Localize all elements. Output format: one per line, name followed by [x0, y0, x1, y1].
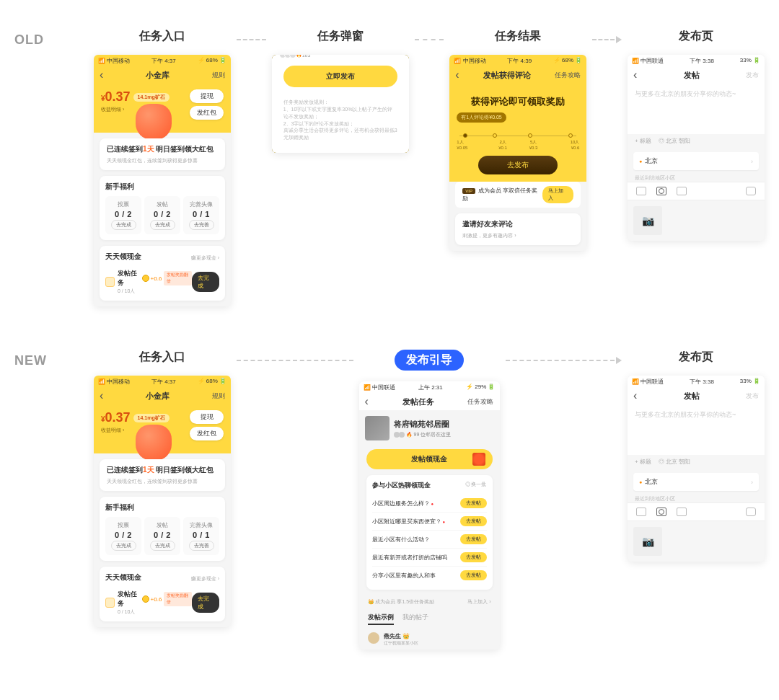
camera-icon[interactable]: [656, 187, 666, 195]
flow-step-popup: 任务弹窗: [317, 29, 364, 44]
withdraw-button[interactable]: 提现: [190, 89, 224, 103]
content-textarea[interactable]: 与更多在北京的朋友分享你的动态~: [628, 404, 765, 455]
emoji-icon[interactable]: [746, 187, 756, 195]
strategy-link[interactable]: 任务攻略: [555, 71, 581, 80]
topic-item[interactable]: 最近有新开或者打折的店铺吗去发帖: [372, 549, 487, 567]
video-icon[interactable]: [636, 508, 646, 516]
screen-popup: 📶 中国移动下午 4:38⚡ 68% 🔋 发帖获得评论任务攻略 获得评论即可领取…: [272, 55, 409, 153]
strategy-link[interactable]: 任务攻略: [467, 397, 493, 407]
invite-card[interactable]: 邀请好友来评论 刺激提，更多有趣内容 ›: [455, 213, 581, 245]
gallery-icon[interactable]: [677, 187, 687, 195]
topic-item[interactable]: 分享小区里有趣的人和事去发帖: [372, 567, 487, 584]
task-cell-avatar[interactable]: 完善头像0 / 1去完善: [183, 196, 219, 234]
content-textarea[interactable]: 与更多在北京的朋友分享你的动态~: [628, 84, 765, 134]
topics-card: 参与小区热聊领现金◎ 换一批 小区周边服务怎么样？●去发帖 小区附近哪里买东西便…: [366, 475, 493, 590]
refresh-topics[interactable]: ◎ 换一批: [465, 481, 487, 490]
avatar: [368, 632, 379, 644]
status-bar: 📶 中国移动下午 4:39⚡ 68% 🔋: [449, 55, 586, 67]
modal-overlay: 发帖获得评论× 北京-星城国际邻居圈切换小区 › 嗨，星城国际的邻居们，快来部落…: [272, 55, 409, 153]
screen-result: 📶 中国移动下午 4:39⚡ 68% 🔋 发帖获得评论任务攻略 获得评论即可领取…: [449, 55, 586, 251]
location-bar[interactable]: 北京›: [633, 152, 759, 170]
daily-cash-card: 天天领现金赚更多现金 › 发帖任务+0.6发帖奖励翻倍0 / 10人 去完成: [100, 246, 225, 301]
location-tag[interactable]: ◎ 北京 朝阳: [659, 137, 690, 145]
location-tag[interactable]: ◎ 北京 朝阳: [659, 458, 690, 466]
flow-step-entry: 任务入口: [139, 350, 185, 365]
rules-text: 任务奖励发放规则： 1、10字以下或文字重复率30%以上帖子产生的评论不发放奖励…: [279, 94, 402, 146]
mascot-image: [136, 104, 172, 140]
flow-step-result: 任务结果: [495, 29, 541, 44]
nav-bar: 发帖发布: [628, 67, 765, 84]
rules-link[interactable]: 规则: [212, 71, 225, 80]
post-earn-banner[interactable]: 发帖领现金: [366, 449, 493, 469]
example-tabs: 发帖示例我的帖子: [359, 608, 500, 629]
add-title-button[interactable]: + 标题: [635, 458, 651, 466]
vip-link[interactable]: 👑 成为会员 享1.5倍任务奖励马上加入 ›: [359, 595, 500, 608]
status-bar: 📶 中国移动下午 4:37⚡ 68% 🔋: [94, 55, 231, 67]
back-icon[interactable]: [633, 392, 637, 401]
community-thumbnail: [365, 416, 390, 440]
tab-my-posts[interactable]: 我的帖子: [402, 613, 428, 625]
post-task-icon: [105, 277, 115, 287]
publish-button[interactable]: 发布: [746, 71, 759, 80]
task-cell-post[interactable]: 发帖0 / 2去完成: [144, 196, 180, 234]
nav-bar: 小金库规则: [94, 67, 231, 84]
screen-guide: 📶 中国联通上午 2:31⚡ 29% 🔋 发帖任务任务攻略 将府锦苑邻居圈 🔥 …: [359, 381, 500, 650]
add-title-button[interactable]: + 标题: [635, 137, 651, 145]
row-label-new: NEW: [14, 350, 65, 368]
back-icon[interactable]: [100, 392, 103, 401]
newbie-card: 新手福利 投票0 / 2去完成 发帖0 / 2去完成 完善头像0 / 1去完善: [100, 176, 225, 240]
topic-item[interactable]: 小区周边服务怎么样？●去发帖: [372, 495, 487, 513]
status-bar: 📶 中国联通下午 3:3833% 🔋: [628, 55, 765, 67]
video-icon[interactable]: [636, 187, 646, 195]
go-post-button[interactable]: 去发帖: [460, 498, 487, 508]
redpacket-button[interactable]: 发红包: [190, 106, 224, 120]
back-icon[interactable]: [633, 71, 637, 80]
back-icon[interactable]: [100, 71, 103, 80]
go-post-button[interactable]: 去发布: [478, 156, 558, 174]
tab-example[interactable]: 发帖示例: [368, 613, 394, 625]
screen-treasury-old: 📶 中国移动下午 4:37⚡ 68% 🔋 小金库规则 ¥0.3714.1mg矿石…: [94, 55, 231, 306]
flow-step-guide-pill: 发布引导: [395, 350, 464, 371]
screen-publish-old: 📶 中国联通下午 3:3833% 🔋 发帖发布 与更多在北京的朋友分享你的动态~…: [628, 55, 765, 241]
example-post[interactable]: 燕先生 👑辽宁抚顺某某小区: [359, 629, 500, 650]
emoji-icon[interactable]: [746, 508, 756, 516]
location-bar[interactable]: 北京›: [633, 473, 759, 491]
streak-card: 已连续签到1天 明日签到领大红包 天天领现金红包，连续签到获得更多惊喜: [100, 138, 225, 170]
row-label-old: OLD: [14, 29, 65, 48]
vip-join-button[interactable]: 马上加入: [542, 186, 574, 203]
publish-now-button[interactable]: 立即发布: [283, 66, 397, 87]
reward-headline: 获得评论即可领取奖励: [457, 95, 579, 108]
topic-item[interactable]: 小区附近哪里买东西便宜？●去发帖: [372, 513, 487, 531]
bottom-sheet: 发帖获得评论× 北京-星城国际邻居圈切换小区 › 嗨，星城国际的邻居们，快来部落…: [272, 55, 409, 153]
task-cell-vote[interactable]: 投票0 / 2去完成: [105, 196, 141, 234]
go-complete-button[interactable]: 去完成: [192, 272, 219, 292]
back-icon[interactable]: [365, 398, 369, 407]
gallery-icon[interactable]: [677, 508, 687, 516]
image-placeholder[interactable]: 📷: [633, 206, 662, 235]
balance-amount: ¥0.3714.1mg矿石: [101, 89, 170, 105]
community-header[interactable]: 将府锦苑邻居圈 🔥 99 位邻居在这里: [359, 410, 500, 446]
publish-button[interactable]: 发布: [746, 391, 759, 401]
flow-step-entry: 任务入口: [139, 29, 185, 44]
media-toolbar: [628, 182, 765, 200]
image-placeholder[interactable]: 📷: [633, 527, 662, 556]
topic-item[interactable]: 最近小区有什么活动？去发帖: [372, 531, 487, 549]
vip-banner[interactable]: VIP成为会员 享双倍任务奖励马上加入: [455, 182, 581, 208]
screen-publish-new: 📶 中国联通下午 3:3833% 🔋 发帖发布 与更多在北京的朋友分享你的动态~…: [628, 376, 765, 562]
flow-step-publish: 发布页: [679, 350, 713, 365]
flow-step-publish: 发布页: [679, 29, 713, 44]
earn-more-link[interactable]: 赚更多现金 ›: [191, 254, 219, 262]
back-icon[interactable]: [455, 71, 459, 80]
nav-bar: 发帖获得评论任务攻略: [449, 67, 586, 84]
screen-treasury-new: 📶 中国移动下午 4:37⚡ 68% 🔋 小金库规则 ¥0.3714.1mg矿石…: [94, 376, 231, 627]
camera-icon[interactable]: [656, 508, 666, 516]
